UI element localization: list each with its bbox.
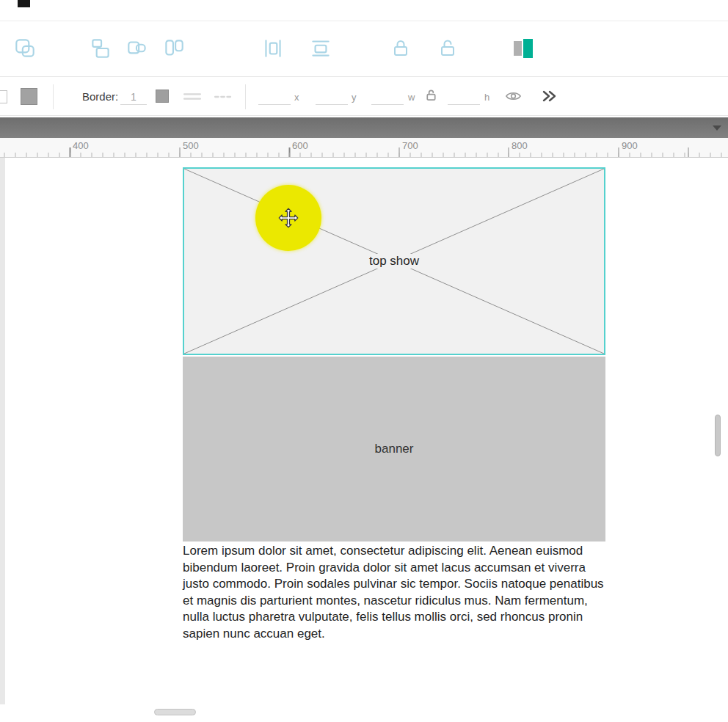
horizontal-ruler: 400 500 600 700 800 900 [0, 138, 728, 158]
separator [53, 84, 54, 109]
distribute-vertical-icon [308, 36, 333, 61]
theme-color-swatch [514, 39, 533, 58]
arrange-back-icon [161, 36, 186, 61]
x-position-input[interactable] [258, 89, 291, 105]
main-toolbar [0, 21, 728, 77]
y-label: y [352, 92, 357, 103]
fill-color-chip[interactable] [21, 88, 37, 105]
collapsed-panel-strip [0, 117, 728, 138]
aspect-unlock-icon [424, 88, 438, 102]
properties-toolbar: Border: x y w h [0, 78, 728, 116]
border-style-dashed-icon [212, 90, 234, 104]
left-scroll-track [0, 158, 5, 704]
border-width-input[interactable] [120, 89, 147, 105]
separator [245, 84, 246, 109]
unlock-icon [436, 37, 459, 60]
y-position-input[interactable] [316, 89, 348, 105]
gray-swatch [514, 41, 522, 56]
move-cursor-icon [277, 207, 299, 229]
stroke-color-chip[interactable] [0, 90, 7, 103]
ruler-label: 400 [73, 140, 89, 151]
h-label: h [484, 92, 489, 103]
paragraph-text-widget[interactable]: Lorem ipsum dolor sit amet, consectetur … [183, 543, 611, 642]
lock-icon [389, 37, 412, 60]
group-icon [12, 36, 37, 61]
arrange-front-icon [88, 36, 113, 61]
border-color-swatch[interactable] [156, 90, 169, 103]
x-label: x [294, 92, 299, 103]
lock-button[interactable] [387, 34, 415, 62]
banner-widget[interactable]: banner [183, 357, 605, 542]
ruler-ticks [0, 138, 728, 157]
double-chevron-right-icon [540, 88, 558, 104]
arrange-front-button[interactable] [87, 34, 114, 62]
mockup-editor-screen: Border: x y w h [0, 0, 728, 722]
image-placeholder-label: top show [364, 254, 424, 269]
arrange-middle-button[interactable] [123, 34, 151, 62]
ruler-label: 800 [512, 140, 528, 151]
border-style-solid-icon [181, 90, 203, 104]
expand-panel-button[interactable] [540, 88, 558, 107]
w-label: w [408, 92, 415, 103]
unlock-button[interactable] [434, 34, 462, 62]
ruler-label: 900 [622, 140, 638, 151]
distribute-horizontal-icon [261, 36, 285, 61]
dropdown-arrow-icon[interactable] [713, 125, 721, 131]
height-input[interactable] [448, 89, 480, 105]
theme-color-button[interactable] [509, 34, 537, 62]
border-label: Border: [82, 78, 118, 116]
visibility-button[interactable] [505, 90, 522, 105]
aspect-lock-button[interactable] [424, 88, 438, 105]
teal-swatch [523, 39, 533, 58]
vertical-scrollbar-thumb[interactable] [715, 415, 721, 456]
arrange-middle-icon [125, 36, 150, 61]
arrange-back-button[interactable] [160, 34, 188, 62]
screen-artifact [18, 0, 30, 7]
cursor-highlight-halo [255, 185, 321, 251]
group-button[interactable] [11, 34, 39, 62]
eye-icon [505, 90, 522, 102]
distribute-horizontal-button[interactable] [259, 34, 287, 62]
horizontal-scrollbar-thumb[interactable] [154, 709, 196, 715]
ruler-label: 700 [402, 140, 418, 151]
ruler-label: 500 [183, 140, 199, 151]
banner-label: banner [375, 442, 414, 456]
ruler-label: 600 [292, 140, 308, 151]
width-input[interactable] [371, 89, 404, 105]
image-placeholder-widget[interactable]: top show [183, 167, 605, 355]
distribute-vertical-button[interactable] [307, 34, 335, 62]
border-style-solid-button[interactable] [181, 89, 204, 105]
border-style-dashed-button[interactable] [211, 89, 235, 105]
